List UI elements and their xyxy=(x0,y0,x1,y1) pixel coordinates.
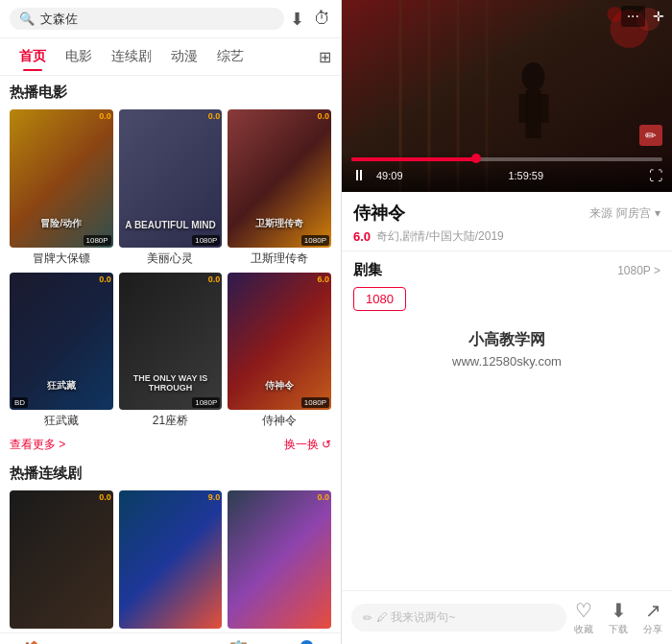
view-more-link[interactable]: 查看更多 > xyxy=(10,437,65,453)
progress-bar[interactable] xyxy=(351,157,662,161)
movie-rating: 6.0 xyxy=(317,274,329,284)
refresh-link[interactable]: 换一换 ↺ xyxy=(284,437,331,453)
top-icons: ⬇ ⏱ xyxy=(290,9,331,30)
movie-title: 狂武藏 xyxy=(10,413,113,429)
episodes-quality[interactable]: 1080P > xyxy=(617,264,660,277)
video-menu-icon[interactable]: ··· xyxy=(621,6,645,27)
hot-drama-grid: 0.0 9.0 0.0 xyxy=(0,487,341,632)
list-item[interactable]: 9.0 xyxy=(119,490,223,629)
movie-title: 21座桥 xyxy=(119,413,223,429)
movie-title: 冒牌大保镖 xyxy=(10,250,113,267)
movie-badge: 1080P xyxy=(301,235,329,246)
action-row: 查看更多 > 换一换 ↺ xyxy=(0,433,341,457)
tab-home[interactable]: 首页 xyxy=(10,42,56,71)
movie-source[interactable]: 来源 阿房宫 ▾ xyxy=(589,205,660,222)
movie-rating: 0.0 xyxy=(317,111,329,121)
list-item[interactable]: 狂武藏 0.0 BD 狂武藏 xyxy=(10,273,113,430)
profile-icon: 👤 xyxy=(295,639,319,644)
movie-poster-text: THE ONLY WAY IS THROUGH xyxy=(119,373,223,393)
bottom-nav-category[interactable]: ⊞ 分类 xyxy=(68,639,136,644)
watermark: 小高教学网 www.12580sky.com xyxy=(353,311,660,376)
download-button[interactable]: ⬇ 下载 xyxy=(609,599,628,636)
progress-fill xyxy=(351,157,476,161)
video-player[interactable]: ··· ✛ ✏ ⏸ 49:09 1:59:59 ⛶ xyxy=(342,0,672,192)
discover-icon: ◎ xyxy=(162,639,179,644)
movie-poster-text: 卫斯理传奇 xyxy=(228,217,331,230)
pencil-icon: ✏ xyxy=(363,611,372,625)
home-icon: 🏠 xyxy=(22,639,46,644)
favorite-button[interactable]: ♡ 收藏 xyxy=(574,599,593,636)
download-icon: ⬇ xyxy=(611,599,627,622)
tab-anime[interactable]: 动漫 xyxy=(161,42,207,71)
play-pause-icon[interactable]: ⏸ xyxy=(351,167,367,184)
drama-rating: 0.0 xyxy=(317,492,329,502)
video-move-icon[interactable]: ✛ xyxy=(653,9,664,24)
history-icon[interactable]: ⏱ xyxy=(314,9,331,30)
svg-point-5 xyxy=(522,62,545,91)
movie-rating: 0.0 xyxy=(208,111,221,121)
list-item[interactable]: A BEAUTIFUL MIND 0.0 1080P 美丽心灵 xyxy=(119,109,223,267)
comment-input[interactable]: ✏ 🖊 我来说两句~ xyxy=(351,604,566,632)
tab-drama[interactable]: 连续剧 xyxy=(102,42,161,71)
watermark-url: www.12580sky.com xyxy=(353,354,660,369)
list-item[interactable]: 侍神令 6.0 1080P 侍神令 xyxy=(228,273,331,430)
movie-info-row: 侍神令 来源 阿房宫 ▾ xyxy=(353,202,660,225)
list-item[interactable]: 冒险/动作 0.0 1080P 冒牌大保镖 xyxy=(10,109,113,267)
hot-drama-header: 热播连续剧 xyxy=(0,457,341,487)
action-icons: ♡ 收藏 ⬇ 下载 ↗ 分享 xyxy=(574,599,662,636)
list-item[interactable]: 0.0 xyxy=(228,490,331,629)
share-button[interactable]: ↗ 分享 xyxy=(643,599,662,636)
drama-rating: 9.0 xyxy=(208,492,221,502)
movie-title: 侍神令 xyxy=(353,202,405,225)
share-label: 分享 xyxy=(643,623,662,636)
movie-score: 6.0 xyxy=(353,229,371,244)
tab-variety[interactable]: 综艺 xyxy=(207,42,253,71)
progress-dot[interactable] xyxy=(471,154,481,163)
download-icon[interactable]: ⬇ xyxy=(290,9,304,30)
search-bar: 🔍 ⬇ ⏱ xyxy=(0,0,341,38)
total-time: 1:59:59 xyxy=(508,170,543,181)
favorite-label: 收藏 xyxy=(574,623,593,636)
movie-badge: 1080P xyxy=(301,397,329,408)
chevron-down-icon: ▾ xyxy=(655,206,660,220)
video-top-controls: ··· ✛ xyxy=(621,6,664,27)
movie-badge: 1080P xyxy=(84,235,111,246)
bottom-nav-task[interactable]: 📋 任务 xyxy=(204,639,273,644)
bottom-nav-discover[interactable]: ◎ 发现 xyxy=(136,639,204,644)
movie-poster-text: 狂武藏 xyxy=(10,379,113,393)
movie-info: 侍神令 来源 阿房宫 ▾ 6.0 奇幻,剧情/中国大陆/2019 xyxy=(342,192,672,251)
episode-buttons: 1080 xyxy=(353,287,660,311)
movie-meta: 6.0 奇幻,剧情/中国大陆/2019 xyxy=(353,228,660,245)
list-item[interactable]: 0.0 xyxy=(10,490,113,629)
list-item[interactable]: THE ONLY WAY IS THROUGH 0.0 1080P 21座桥 xyxy=(119,273,223,430)
category-icon: ⊞ xyxy=(94,639,110,644)
list-item[interactable]: 卫斯理传奇 0.0 1080P 卫斯理传奇 xyxy=(228,109,331,267)
bottom-nav-home[interactable]: 🏠 首页 xyxy=(0,639,68,644)
current-time: 49:09 xyxy=(376,170,403,181)
grid-icon[interactable]: ⊞ xyxy=(319,48,331,66)
movie-badge: 1080P xyxy=(192,397,220,408)
episodes-header: 剧集 1080P > xyxy=(353,261,660,279)
fullscreen-icon[interactable]: ⛶ xyxy=(649,168,662,183)
movie-title: 美丽心灵 xyxy=(119,250,223,267)
movie-poster-text: 侍神令 xyxy=(228,379,331,393)
search-input[interactable] xyxy=(40,12,275,26)
bottom-nav: 🏠 首页 ⊞ 分类 ◎ 发现 📋 任务 👤 我的 xyxy=(0,632,341,644)
edit-icon[interactable]: ✏ xyxy=(639,127,662,144)
ctrl-left: ⏸ 49:09 xyxy=(351,167,403,184)
task-icon: 📋 xyxy=(227,639,251,644)
episode-btn-1080[interactable]: 1080 xyxy=(353,287,406,311)
movie-badge: 1080P xyxy=(192,235,220,246)
right-panel: ··· ✛ ✏ ⏸ 49:09 1:59:59 ⛶ 侍神令 xyxy=(341,0,672,644)
source-label: 来源 xyxy=(589,205,612,222)
movie-poster-text: 冒险/动作 xyxy=(10,217,113,230)
tab-movies[interactable]: 电影 xyxy=(56,42,102,71)
video-controls: ⏸ 49:09 1:59:59 ⛶ xyxy=(342,152,672,192)
search-box[interactable]: 🔍 xyxy=(10,8,284,30)
heart-icon: ♡ xyxy=(575,599,592,622)
bottom-nav-profile[interactable]: 👤 我的 xyxy=(273,639,341,644)
drama-rating: 0.0 xyxy=(99,492,111,502)
movie-rating: 0.0 xyxy=(99,111,111,121)
hot-movies-header: 热播电影 xyxy=(0,76,341,106)
search-icon: 🔍 xyxy=(19,12,35,26)
